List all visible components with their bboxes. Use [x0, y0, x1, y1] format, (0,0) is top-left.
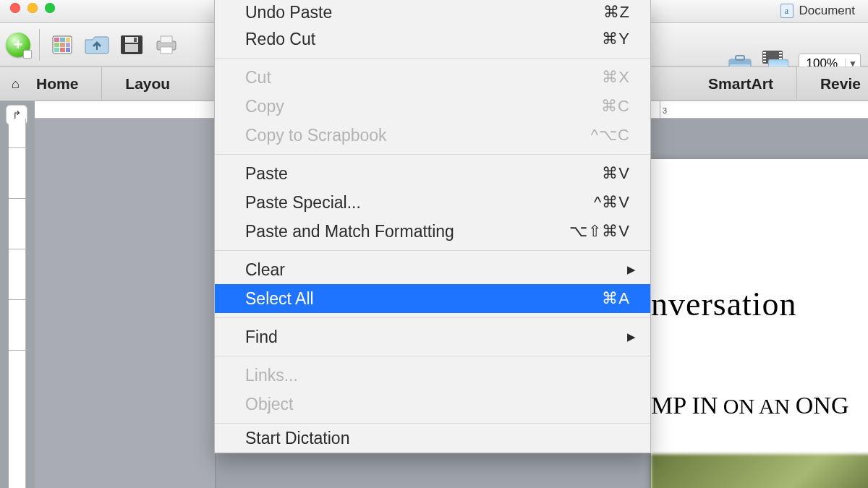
save-button[interactable]	[118, 30, 145, 59]
menu-item-label: Select All	[245, 289, 314, 309]
svg-rect-16	[161, 47, 172, 53]
menu-item-paste-special[interactable]: Paste Special... ^⌘V	[215, 188, 650, 217]
menu-separator	[215, 356, 650, 356]
menu-shortcut: ⌥⇧⌘V	[569, 222, 630, 241]
tab-layout[interactable]: Layou	[102, 67, 174, 100]
menu-item-select-all[interactable]: Select All ⌘A	[215, 284, 650, 313]
document-title-text: Document	[799, 4, 855, 18]
menu-separator	[215, 58, 650, 59]
menu-shortcut: ⌘X	[602, 68, 630, 87]
svg-rect-19	[736, 56, 744, 60]
menu-item-paste[interactable]: Paste ⌘V	[215, 159, 650, 188]
document-icon: a	[780, 4, 793, 18]
menu-separator	[215, 154, 650, 155]
svg-rect-6	[66, 43, 70, 47]
new-document-button[interactable]: +	[6, 33, 30, 57]
tab-label: SmartArt	[708, 75, 773, 93]
document-page[interactable]: nversation MP IN ON AN ONG	[651, 159, 868, 488]
minimize-icon[interactable]	[27, 3, 38, 13]
svg-rect-13	[134, 38, 137, 42]
svg-rect-5	[60, 43, 65, 47]
menu-shortcut: ⌘V	[602, 164, 630, 183]
menu-item-cut: Cut ⌘X	[215, 63, 650, 92]
menu-item-label: Redo Cut	[245, 30, 315, 49]
menu-item-copy: Copy ⌘C	[215, 92, 650, 121]
menu-item-dictation[interactable]: Start Dictation	[215, 428, 650, 448]
ruler-tick: 3	[660, 101, 667, 119]
folder-open-icon	[84, 34, 110, 56]
menu-item-label: Paste Special...	[245, 193, 361, 213]
submenu-arrow-icon: ▶	[627, 330, 636, 343]
print-button[interactable]	[153, 30, 180, 59]
page-subheading: MP IN ON AN ONG	[651, 392, 848, 419]
tab-label: Layou	[125, 75, 170, 93]
menu-shortcut: ⌘A	[602, 289, 630, 308]
menu-shortcut: ^⌘V	[594, 193, 630, 212]
menu-item-label: Paste and Match Formatting	[245, 222, 454, 241]
tab-review[interactable]: Revie	[797, 67, 868, 100]
menu-item-paste-match[interactable]: Paste and Match Formatting ⌥⇧⌘V	[215, 217, 650, 246]
menu-shortcut: ⌘Y	[602, 30, 630, 48]
svg-rect-15	[161, 36, 172, 43]
document-title: a Document	[780, 4, 855, 18]
printer-icon	[154, 34, 179, 56]
menu-item-label: Copy	[245, 97, 284, 116]
menu-separator	[215, 423, 650, 424]
menu-item-label: Links...	[245, 366, 298, 385]
menu-item-label: Cut	[245, 68, 271, 87]
grid-icon	[52, 35, 72, 54]
svg-rect-12	[125, 44, 138, 52]
tab-label: Revie	[820, 75, 861, 93]
close-icon[interactable]	[10, 3, 20, 13]
menu-shortcut: ^⌥C	[591, 126, 630, 145]
svg-rect-7	[54, 48, 59, 52]
menu-item-label: Clear	[245, 260, 285, 280]
tab-smartart[interactable]: SmartArt	[685, 67, 797, 100]
menu-shortcut: ⌘Z	[603, 3, 630, 22]
page-image	[651, 454, 868, 488]
menu-item-label: Undo Paste	[245, 3, 332, 22]
menu-item-undo[interactable]: Undo Paste ⌘Z	[215, 0, 650, 25]
menu-item-label: Object	[245, 395, 293, 414]
menu-item-clear[interactable]: Clear ▶	[215, 255, 650, 284]
menu-item-label: Start Dictation	[245, 429, 349, 448]
svg-rect-9	[66, 48, 70, 52]
svg-rect-8	[60, 48, 65, 52]
navigation-pane	[35, 119, 216, 488]
toolbar-divider	[39, 29, 40, 61]
menu-item-find[interactable]: Find ▶	[215, 322, 650, 351]
svg-rect-2	[60, 38, 65, 42]
edit-menu: Undo Paste ⌘Z Redo Cut ⌘Y Cut ⌘X Copy ⌘C…	[214, 0, 651, 453]
window-controls	[10, 3, 55, 13]
svg-rect-1	[54, 38, 59, 42]
submenu-arrow-icon: ▶	[627, 263, 636, 276]
menu-item-label: Copy to Scrapbook	[245, 126, 387, 145]
menu-item-label: Paste	[245, 164, 288, 184]
menu-item-redo[interactable]: Redo Cut ⌘Y	[215, 25, 650, 53]
home-icon: ⌂	[12, 77, 20, 92]
menu-shortcut: ⌘C	[601, 97, 630, 116]
page-heading: nversation	[651, 285, 797, 323]
tab-label: Home	[36, 75, 78, 93]
tab-home[interactable]: ⌂ Home	[0, 67, 102, 100]
templates-button[interactable]	[48, 30, 76, 59]
menu-item-copy-scrapbook: Copy to Scrapbook ^⌥C	[215, 121, 650, 150]
menu-item-links: Links...	[215, 361, 650, 390]
svg-rect-4	[54, 43, 59, 47]
vertical-ruler	[9, 119, 26, 488]
floppy-disk-icon	[119, 34, 144, 56]
menu-separator	[215, 317, 650, 318]
svg-rect-3	[66, 38, 70, 42]
menu-item-label: Find	[245, 328, 278, 347]
zoom-icon[interactable]	[45, 3, 55, 13]
menu-separator	[215, 250, 650, 251]
menu-item-object: Object	[215, 390, 650, 419]
open-button[interactable]	[83, 30, 111, 59]
